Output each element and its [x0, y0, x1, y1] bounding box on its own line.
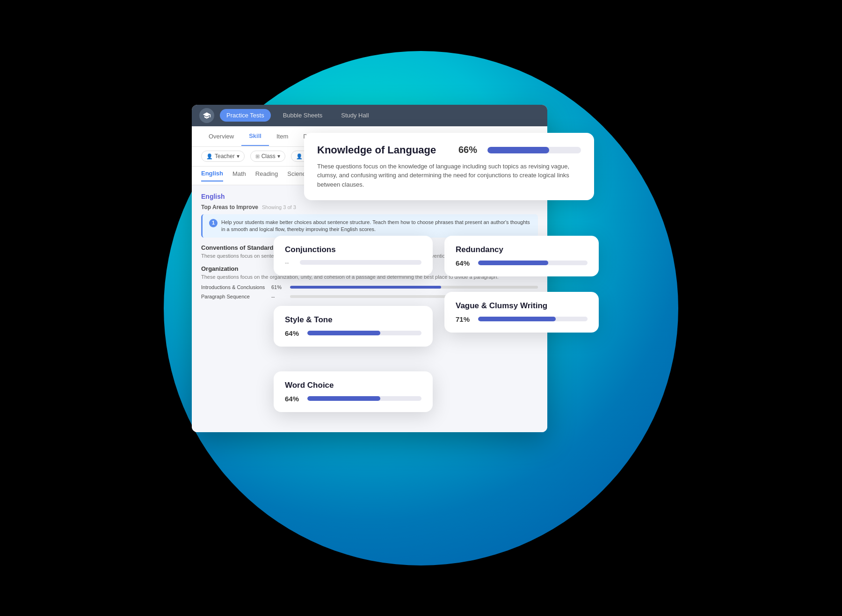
card-header: Knowledge of Language 66% — [317, 144, 581, 156]
word-choice-card: Word Choice 64% — [274, 371, 433, 412]
conjunctions-card: Conjunctions -- — [274, 236, 433, 275]
intro-pct: 61% — [271, 284, 285, 290]
style-tone-bar-bg — [307, 331, 421, 335]
style-tone-title: Style & Tone — [285, 315, 421, 325]
vague-bar-bg — [478, 317, 588, 321]
person-icon: 👤 — [206, 153, 213, 159]
study-hall-nav-btn[interactable]: Study Hall — [334, 109, 375, 122]
subject-tab-english[interactable]: English — [201, 170, 223, 181]
style-tone-row: 64% — [285, 329, 421, 337]
conjunctions-bar-bg — [300, 260, 421, 265]
top-areas-label: Top Areas to Improve — [201, 204, 258, 210]
intro-bar-bg — [290, 286, 538, 289]
vague-row: 71% — [456, 315, 588, 323]
redundancy-bar-fill — [478, 261, 548, 265]
card-bar-container: 66% — [458, 145, 581, 155]
subject-tab-reading[interactable]: Reading — [255, 170, 278, 181]
card-bar-fill — [487, 147, 549, 153]
vague-clumsy-card: Vague & Clumsy Writing 71% — [444, 292, 599, 333]
intro-conclusions-row: Introductions & Conclusions 61% — [201, 284, 538, 290]
student-icon: 👤 — [296, 153, 303, 159]
conjunctions-title: Conjunctions — [285, 245, 421, 254]
word-choice-bar-fill — [307, 396, 380, 401]
intro-label: Introductions & Conclusions — [201, 284, 267, 290]
redundancy-bar-bg — [478, 261, 588, 265]
style-tone-card: Style & Tone 64% — [274, 306, 433, 347]
class-filter[interactable]: ⊞ Class ▾ — [250, 151, 285, 162]
chevron-down-icon: ▾ — [277, 153, 280, 159]
chevron-down-icon: ▾ — [237, 153, 240, 159]
card-pct: 66% — [458, 145, 477, 155]
practice-tests-nav-btn[interactable]: Practice Tests — [220, 109, 271, 122]
main-container: Practice Tests Bubble Sheets Study Hall … — [192, 105, 650, 512]
tip-text: Help your students make better choices a… — [221, 219, 531, 233]
tab-item[interactable]: Item — [269, 127, 296, 145]
tab-overview[interactable]: Overview — [201, 127, 241, 145]
conjunctions-row: -- — [285, 259, 421, 266]
style-tone-bar-fill — [307, 331, 380, 335]
subject-tab-math[interactable]: Math — [232, 170, 246, 181]
paragraph-label: Paragraph Sequence — [201, 294, 267, 299]
teacher-filter[interactable]: 👤 Teacher ▾ — [201, 151, 245, 162]
vague-title: Vague & Clumsy Writing — [456, 301, 588, 311]
bubble-sheets-nav-btn[interactable]: Bubble Sheets — [276, 109, 329, 122]
app-logo — [199, 108, 214, 123]
style-tone-pct: 64% — [285, 329, 302, 337]
redundancy-pct: 64% — [456, 259, 472, 267]
word-choice-bar-bg — [307, 396, 421, 401]
word-choice-title: Word Choice — [285, 381, 421, 390]
tip-card: 1 Help your students make better choices… — [201, 214, 538, 238]
knowledge-of-language-card: Knowledge of Language 66% These question… — [304, 133, 594, 201]
redundancy-row: 64% — [456, 259, 588, 267]
group-icon: ⊞ — [255, 153, 260, 159]
word-choice-row: 64% — [285, 395, 421, 403]
vague-pct: 71% — [456, 315, 472, 323]
word-choice-pct: 64% — [285, 395, 302, 403]
showing-label: Showing 3 of 3 — [262, 204, 296, 210]
card-bar-bg — [487, 147, 581, 153]
card-title: Knowledge of Language — [317, 144, 436, 156]
intro-bar-fill — [290, 286, 441, 289]
tab-skill[interactable]: Skill — [241, 127, 269, 146]
redundancy-card: Redundancy 64% — [444, 236, 599, 276]
redundancy-title: Redundancy — [456, 245, 588, 254]
nav-bar: Practice Tests Bubble Sheets Study Hall — [192, 105, 547, 126]
tip-number: 1 — [209, 219, 218, 227]
vague-bar-fill — [478, 317, 556, 321]
card-desc: These questions focus on the knowledge o… — [317, 162, 581, 189]
conjunctions-dash: -- — [285, 259, 294, 266]
paragraph-pct: -- — [271, 294, 285, 299]
